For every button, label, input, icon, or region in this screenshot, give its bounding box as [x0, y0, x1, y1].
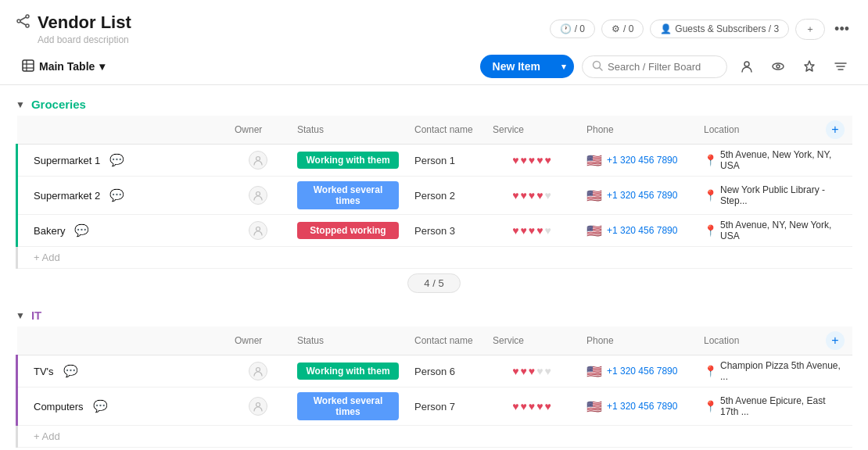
- new-item-dropdown-icon[interactable]: ▾: [554, 56, 574, 77]
- item-name-cell: Computers 💬: [17, 388, 228, 426]
- group-it: ▼ IT Owner Status Contact name Service P…: [16, 309, 852, 450]
- add-item-cell[interactable]: + Add: [17, 247, 853, 269]
- svg-line-10: [600, 67, 603, 70]
- heart-icon: ♥: [544, 224, 551, 237]
- svg-line-4: [20, 22, 26, 25]
- comment-icon[interactable]: 💬: [109, 188, 124, 202]
- phone-number: +1 320 456 7890: [607, 366, 677, 377]
- svg-point-17: [256, 157, 260, 161]
- status-cell: Worked several times: [289, 388, 407, 426]
- heart-icon: ♥: [521, 365, 527, 377]
- eye-icon[interactable]: [766, 55, 790, 78]
- pin-icon[interactable]: [798, 55, 821, 78]
- table-row: Computers 💬 Worked several times Person …: [17, 388, 853, 426]
- heart-icon: ♥: [512, 154, 518, 166]
- col-header-owner: Owner: [227, 327, 289, 355]
- main-table-button[interactable]: Main Table ▾: [16, 56, 111, 77]
- status-badge[interactable]: Stopped working: [297, 222, 399, 239]
- item-name-cell: Bakery 💬: [17, 215, 228, 247]
- phone-cell: 🇺🇸 +1 320 456 7890: [579, 145, 696, 177]
- avatar[interactable]: [249, 362, 267, 380]
- location-icon: 📍: [704, 400, 717, 412]
- filter-icon[interactable]: [829, 55, 852, 78]
- service-cell: ♥♥♥♥♥: [485, 145, 579, 177]
- search-box[interactable]: [582, 55, 727, 78]
- new-item-button[interactable]: New Item ▾: [480, 55, 574, 78]
- phone-cell: 🇺🇸 +1 320 456 7890: [579, 388, 696, 426]
- owner-cell: [227, 388, 289, 426]
- summary-badge: 4 / 5: [407, 273, 460, 293]
- table-row: TV's 💬 Working with them Person 6: [17, 355, 853, 388]
- add-row[interactable]: + Add: [17, 426, 853, 448]
- heart-icon: ♥: [529, 365, 535, 377]
- toolbar: Main Table ▾ New Item ▾: [0, 48, 868, 85]
- item-name: Bakery: [34, 225, 65, 237]
- svg-point-19: [256, 227, 260, 231]
- owner-cell: [227, 177, 289, 215]
- svg-point-21: [256, 403, 260, 407]
- svg-point-13: [777, 65, 780, 68]
- add-item-cell[interactable]: + Add: [17, 426, 853, 448]
- more-options-button[interactable]: •••: [831, 18, 852, 41]
- col-header-status: Status: [289, 327, 407, 355]
- avatar[interactable]: [249, 151, 267, 170]
- location-cell: 📍 Champion Pizza 5th Avenue, ...: [696, 355, 852, 388]
- col-header-phone: Phone: [579, 327, 696, 355]
- owner-cell: [227, 215, 289, 247]
- location-icon: 📍: [704, 189, 717, 202]
- status-cell: Worked several times: [289, 177, 407, 215]
- heart-icon: ♥: [512, 365, 518, 377]
- svg-point-11: [744, 62, 749, 66]
- item-name-cell: Supermarket 1 💬: [17, 145, 228, 177]
- header-actions: 🕐 / 0 ⚙ / 0 👤 Guests & Subscribers / 3 ＋…: [550, 18, 852, 41]
- location-icon: 📍: [704, 224, 717, 237]
- svg-point-2: [26, 24, 29, 27]
- flag-icon: 🇺🇸: [586, 364, 602, 379]
- contact-cell: Person 1: [407, 145, 485, 177]
- add-column-button[interactable]: +: [826, 120, 845, 139]
- add-column-button[interactable]: +: [826, 331, 845, 350]
- activity-button[interactable]: 🕐 / 0: [550, 20, 595, 38]
- heart-icon: ♥: [536, 224, 543, 237]
- comment-icon[interactable]: 💬: [93, 399, 108, 413]
- page-header: Vendor List Add board description 🕐 / 0 …: [0, 0, 868, 48]
- group-name: Groceries: [31, 98, 86, 111]
- group-toggle-icon[interactable]: ▼: [16, 99, 25, 110]
- invite-button[interactable]: ＋: [795, 19, 825, 40]
- avatar[interactable]: [249, 221, 267, 240]
- contact-name: Person 2: [414, 190, 455, 202]
- board-description[interactable]: Add board description: [16, 34, 131, 45]
- person-filter-icon[interactable]: [735, 55, 759, 78]
- status-badge[interactable]: Worked several times: [297, 392, 399, 420]
- status-badge[interactable]: Worked several times: [297, 181, 399, 209]
- heart-icon: ♥: [536, 400, 543, 412]
- search-input[interactable]: [608, 61, 717, 73]
- item-name-cell: Supermarket 2 💬: [17, 177, 228, 215]
- svg-point-0: [26, 15, 29, 18]
- status-cell: Working with them: [289, 355, 407, 388]
- table-row: Supermarket 2 💬 Worked several times Per…: [17, 177, 853, 215]
- group-groceries: ▼ Groceries Owner Status Contact name Se…: [16, 98, 852, 293]
- heart-icon: ♥: [536, 189, 543, 202]
- flag-icon: 🇺🇸: [586, 153, 602, 168]
- summary-row: 4 / 5: [16, 273, 852, 293]
- flag-icon: 🇺🇸: [586, 188, 602, 203]
- guests-icon: 👤: [660, 23, 672, 34]
- comment-icon[interactable]: 💬: [109, 153, 124, 167]
- add-row[interactable]: + Add: [17, 247, 853, 269]
- avatar[interactable]: [249, 397, 267, 416]
- location-text: 5th Avenue, New York, NY, USA: [720, 149, 845, 171]
- status-badge[interactable]: Working with them: [297, 152, 399, 169]
- invite-icon: ＋: [805, 23, 815, 36]
- heart-icon: ♥: [536, 365, 543, 377]
- item-name: Supermarket 2: [34, 190, 100, 202]
- group-toggle-icon[interactable]: ▼: [16, 310, 25, 321]
- automations-button[interactable]: ⚙ / 0: [601, 20, 644, 38]
- comment-icon[interactable]: 💬: [74, 223, 89, 238]
- guests-button[interactable]: 👤 Guests & Subscribers / 3: [650, 20, 789, 38]
- service-cell: ♥♥♥♥♥: [485, 177, 579, 215]
- heart-icon: ♥: [529, 154, 535, 166]
- status-badge[interactable]: Working with them: [297, 362, 399, 380]
- comment-icon[interactable]: 💬: [63, 364, 78, 378]
- avatar[interactable]: [249, 186, 267, 205]
